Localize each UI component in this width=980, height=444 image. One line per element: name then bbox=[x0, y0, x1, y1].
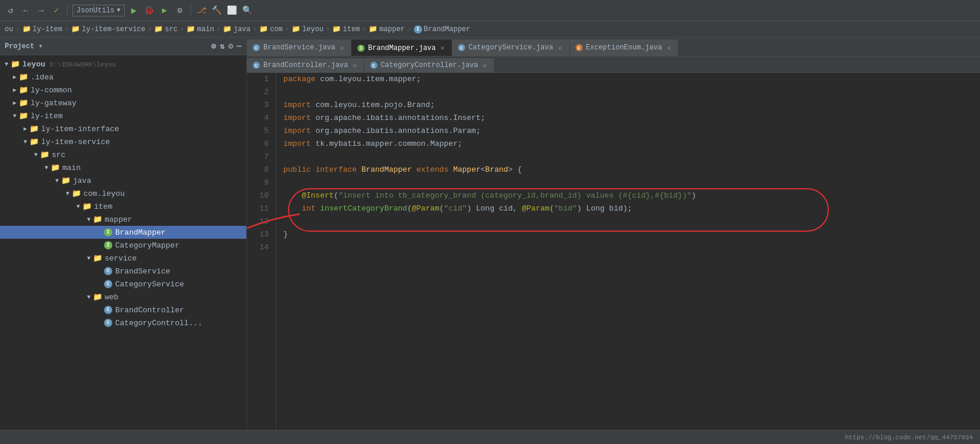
minimize-icon[interactable]: — bbox=[237, 41, 242, 51]
folder-icon4: 📁 bbox=[186, 25, 195, 34]
code-line-10: @Insert("insert into tb_category_brand (… bbox=[283, 189, 980, 202]
editor-area: C BrandService.java ✕ I BrandMapper.java… bbox=[247, 38, 980, 430]
tab-close-brandmapper[interactable]: ✕ bbox=[439, 44, 446, 52]
forward-icon[interactable]: → bbox=[35, 5, 47, 16]
code-line-2 bbox=[283, 86, 980, 99]
tab-exceptionenum[interactable]: E ExceptionEnum.java ✕ bbox=[570, 39, 678, 56]
folder-icon: 📁 bbox=[22, 25, 31, 34]
breadcrumb-com[interactable]: 📁 com bbox=[259, 25, 283, 34]
sidebar-item-ly-item-service[interactable]: ▼ 📁 ly-item-service bbox=[0, 135, 246, 148]
tree-arrow: ▼ bbox=[42, 165, 51, 171]
code-line-11: int insertCategoryBrand(@Param("cid") Lo… bbox=[283, 202, 980, 215]
code-line-7 bbox=[283, 151, 980, 163]
breadcrumb-root[interactable]: ou bbox=[5, 25, 13, 34]
tab-label-brandservice: BrandService.java bbox=[263, 44, 335, 52]
sync-icon[interactable]: ⇅ bbox=[220, 41, 225, 51]
tree-arrow: ▼ bbox=[32, 152, 40, 158]
sidebar-item-brandmapper[interactable]: I BrandMapper bbox=[0, 226, 246, 239]
profile-icon[interactable]: ⚙ bbox=[174, 5, 186, 16]
tab-brandmapper[interactable]: I BrandMapper.java ✕ bbox=[352, 40, 452, 56]
folder-icon-ly-item: 📁 bbox=[19, 111, 28, 121]
tab-label-brandcontroller: BrandController.java bbox=[263, 61, 348, 69]
sidebar-item-brandcontroller[interactable]: C BrandController bbox=[0, 303, 246, 316]
tab-categorycontroller[interactable]: C CategoryController.java ✕ bbox=[364, 58, 494, 72]
tab-close-categorycontroller[interactable]: ✕ bbox=[481, 61, 488, 70]
sidebar-item-leyou[interactable]: ▼ 📁 leyou D:\IDEAWORK\leyou bbox=[0, 58, 246, 71]
sidebar-item-src[interactable]: ▼ 📁 src bbox=[0, 148, 246, 161]
sidebar-content: ▼ 📁 leyou D:\IDEAWORK\leyou ▶ 📁 .idea ▶ … bbox=[0, 55, 246, 430]
sidebar-item-mapper[interactable]: ▼ 📁 mapper bbox=[0, 213, 246, 226]
folder-icon9: 📁 bbox=[369, 25, 377, 34]
code-line-1: package com.leyou.item.mapper; bbox=[283, 73, 980, 86]
sidebar-item-com-leyou[interactable]: ▼ 📁 com.leyou bbox=[0, 187, 246, 200]
interface-icon-brandmapper: I bbox=[103, 228, 113, 237]
tab-close-brandcontroller[interactable]: ✕ bbox=[352, 61, 358, 70]
add-icon[interactable]: ⊕ bbox=[211, 41, 216, 51]
code-line-13: } bbox=[283, 228, 980, 241]
tab-icon-i1: I bbox=[357, 45, 364, 52]
breadcrumb-leyou[interactable]: 📁 leyou bbox=[292, 25, 323, 34]
checkmark-icon[interactable]: ✓ bbox=[51, 5, 62, 16]
folder-icon-interface: 📁 bbox=[29, 124, 39, 133]
code-lines: package com.leyou.item.mapper; import co… bbox=[276, 73, 980, 430]
tab-brandcontroller[interactable]: C BrandController.java ✕ bbox=[247, 58, 364, 72]
sidebar-item-categoryservice[interactable]: C CategoryService bbox=[0, 278, 246, 291]
tab-icon-c1: C bbox=[253, 44, 260, 51]
folder-icon8: 📁 bbox=[332, 25, 341, 34]
tree-arrow: ▶ bbox=[11, 86, 19, 94]
folder-icon-leyou: 📁 bbox=[11, 59, 20, 69]
run-config-dropdown[interactable]: JsonUtils ▼ bbox=[72, 5, 125, 16]
coverage-icon[interactable]: ▶ bbox=[159, 5, 170, 16]
sidebar-item-idea[interactable]: ▶ 📁 .idea bbox=[0, 71, 246, 84]
git-icon[interactable]: ⎇ bbox=[196, 5, 208, 16]
tab-close-categoryservice[interactable]: ✕ bbox=[557, 44, 563, 52]
sidebar-item-main[interactable]: ▼ 📁 main bbox=[0, 161, 246, 174]
build-icon[interactable]: 🔨 bbox=[211, 5, 223, 16]
sidebar-item-ly-item[interactable]: ▼ 📁 ly-item bbox=[0, 109, 246, 122]
debug-icon[interactable]: 🐞 bbox=[143, 5, 155, 16]
sidebar-item-categorymapper[interactable]: I CategoryMapper bbox=[0, 239, 246, 252]
code-line-8: public interface BrandMapper extends Map… bbox=[283, 163, 980, 176]
status-url: https://blog.csdn.net/qq_44757034 bbox=[845, 434, 973, 441]
sidebar-item-service[interactable]: ▼ 📁 service bbox=[0, 252, 246, 265]
breadcrumb-item[interactable]: 📁 item bbox=[332, 25, 360, 34]
run-icon[interactable]: ▶ bbox=[128, 5, 140, 16]
search-icon[interactable]: 🔍 bbox=[242, 5, 253, 16]
class-icon-brandcontroller: C bbox=[103, 305, 113, 315]
sidebar-item-ly-item-interface[interactable]: ▶ 📁 ly-item-interface bbox=[0, 122, 246, 135]
back-icon[interactable]: ← bbox=[20, 5, 32, 16]
refresh-icon[interactable]: ↺ bbox=[5, 5, 16, 16]
folder-icon-ly-gateway: 📁 bbox=[19, 98, 28, 108]
folder-icon-main: 📁 bbox=[51, 163, 60, 172]
sidebar-item-categorycontroller[interactable]: C CategoryControll... bbox=[0, 316, 246, 329]
tab-brandservice[interactable]: C BrandService.java ✕ bbox=[247, 39, 352, 56]
code-editor[interactable]: 1 2 3 4 5 6 7 8 9 10 11 12 13 14 bbox=[247, 73, 980, 430]
class-icon-brandservice: C bbox=[103, 266, 113, 276]
tab-categoryservice[interactable]: C CategoryService.java ✕ bbox=[452, 39, 570, 56]
breadcrumb-ly-item-service[interactable]: 📁 ly-item-service bbox=[71, 25, 145, 34]
sidebar-item-ly-common[interactable]: ▶ 📁 ly-common bbox=[0, 84, 246, 96]
breadcrumb-mapper[interactable]: 📁 mapper bbox=[369, 25, 404, 34]
breadcrumb-main[interactable]: 📁 main bbox=[186, 25, 214, 34]
code-line-9 bbox=[283, 176, 980, 189]
breadcrumb-brandmapper[interactable]: I BrandMapper bbox=[414, 25, 470, 34]
sidebar-item-web[interactable]: ▼ 📁 web bbox=[0, 291, 246, 303]
line-numbers: 1 2 3 4 5 6 7 8 9 10 11 12 13 14 bbox=[247, 73, 276, 430]
breadcrumb-java[interactable]: 📁 java bbox=[223, 25, 250, 34]
breadcrumb-ly-item[interactable]: 📁 ly-item bbox=[22, 25, 62, 34]
divider1 bbox=[67, 5, 68, 16]
code-line-12 bbox=[283, 215, 980, 228]
breadcrumb-src[interactable]: 📁 src bbox=[154, 25, 178, 34]
tree-arrow: ▼ bbox=[85, 255, 93, 262]
terminal-icon[interactable]: ⬜ bbox=[226, 5, 238, 16]
sidebar-item-brandservice[interactable]: C BrandService bbox=[0, 265, 246, 278]
breadcrumb: ou › 📁 ly-item › 📁 ly-item-service › 📁 s… bbox=[0, 21, 980, 38]
settings-icon[interactable]: ⚙ bbox=[228, 41, 233, 51]
tab-close-brandservice[interactable]: ✕ bbox=[339, 44, 345, 52]
sidebar-item-java[interactable]: ▼ 📁 java bbox=[0, 174, 246, 187]
tab-close-exceptionenum[interactable]: ✕ bbox=[665, 44, 672, 52]
interface-icon: I bbox=[414, 25, 422, 34]
sidebar-item-ly-gateway[interactable]: ▶ 📁 ly-gateway bbox=[0, 96, 246, 109]
code-line-3: import com.leyou.item.pojo.Brand; bbox=[283, 99, 980, 112]
sidebar-item-item[interactable]: ▼ 📁 item bbox=[0, 200, 246, 213]
